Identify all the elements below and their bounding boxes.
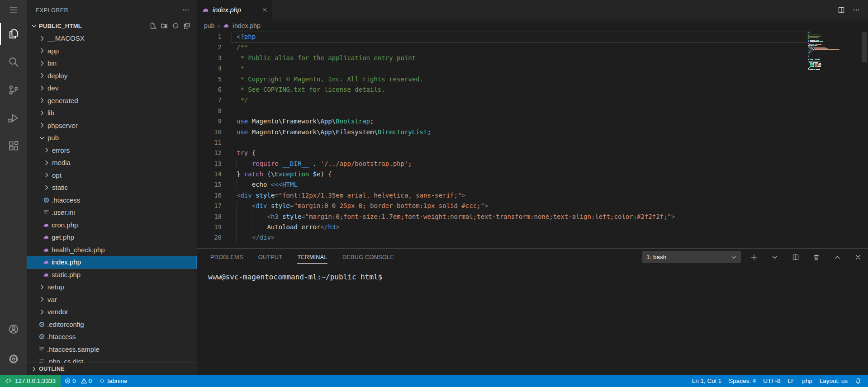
activity-accounts[interactable] [0, 314, 27, 344]
shell-select-value: 1: bash [646, 254, 666, 260]
gear-icon [8, 353, 19, 365]
tree-item-media[interactable]: media [27, 156, 197, 169]
tree-item-label: generated [47, 97, 78, 104]
tree-item-dev[interactable]: dev [27, 82, 197, 94]
split-editor-icon[interactable] [838, 6, 845, 14]
tree-item-label: errors [52, 146, 70, 154]
tree-item-errors[interactable]: errors [27, 144, 197, 157]
maximize-panel-icon[interactable] [834, 254, 841, 261]
tree-item-get-php[interactable]: get.php [27, 231, 197, 244]
tree-item-var[interactable]: var [27, 293, 197, 306]
status-item-ln-1-col-1[interactable]: Ln 1, Col 1 [688, 378, 725, 384]
remote-label: 127.0.0.1:3333 [15, 378, 56, 384]
code-line-6: 6 * See COPYING.txt for license details. [197, 85, 868, 95]
tree-root-public-html[interactable]: PUBLIC_HTML [27, 19, 197, 32]
terminal-shell-select[interactable]: 1: bash [642, 251, 741, 263]
minimap[interactable] [808, 32, 863, 70]
status-item-layout-us[interactable]: Layout: us [816, 378, 851, 384]
tabnine-status[interactable]: tabnine [95, 378, 131, 384]
breadcrumb-folder[interactable]: pub [204, 22, 214, 29]
editor-tab-bar: index.php [197, 0, 868, 19]
status-item-spaces-4[interactable]: Spaces: 4 [725, 378, 759, 384]
tree-item-lib[interactable]: lib [27, 107, 197, 119]
file-tree: __MACOSXappbindeploydevgeneratedlibphpse… [27, 32, 197, 363]
gear-file-icon [38, 333, 45, 340]
tree-item-label: pub [47, 134, 59, 142]
panel-tab-terminal[interactable]: TERMINAL [297, 249, 327, 265]
tree-item-bin[interactable]: bin [27, 57, 197, 70]
tree-item--php-cs-dist[interactable]: .php_cs.dist [27, 355, 197, 363]
tree-item--editorconfig[interactable]: .editorconfig [27, 318, 197, 331]
bottom-panel: PROBLEMSOUTPUTTERMINALDEBUG CONSOLE 1: b… [197, 248, 868, 375]
tree-item-setup[interactable]: setup [27, 281, 197, 293]
code-line-18: 18 <h3 style="margin:0;font-size:1.7em;f… [197, 212, 868, 222]
terminal-toolbar: 1: bash [642, 251, 862, 263]
close-panel-icon[interactable] [854, 254, 862, 261]
source-control-icon [8, 84, 19, 96]
vscode-window: EXPLORER PUBLIC_HTML __MACOSXappbindeplo… [0, 0, 868, 387]
split-terminal-icon[interactable] [792, 254, 799, 261]
tab-close-icon[interactable] [261, 7, 268, 13]
tree-item-opt[interactable]: opt [27, 169, 197, 182]
tree-item--macosx[interactable]: __MACOSX [27, 32, 197, 45]
status-item-lf[interactable]: LF [784, 378, 798, 384]
line-number: 8 [197, 106, 222, 116]
tree-item-static-php[interactable]: static.php [27, 269, 197, 281]
sidebar-more-actions[interactable] [182, 6, 190, 14]
line-number: 1 [197, 32, 222, 42]
tree-item-cron-php[interactable]: cron.php [27, 219, 197, 231]
php-file-icon [43, 271, 50, 278]
tree-item--htaccess[interactable]: .htaccess [27, 194, 197, 207]
problems-status[interactable]: 0 0 [61, 378, 95, 384]
activity-settings[interactable] [0, 344, 27, 374]
tree-item--user-ini[interactable]: .user.ini [27, 206, 197, 219]
panel-tab-problems[interactable]: PROBLEMS [210, 249, 243, 265]
tree-item-health-check-php[interactable]: health_check.php [27, 244, 197, 256]
tab-index-php[interactable]: index.php [197, 0, 272, 19]
notifications-bell[interactable] [851, 378, 865, 384]
tree-item-pub[interactable]: pub [27, 132, 197, 144]
php-file-icon [43, 234, 50, 241]
activity-menu[interactable] [0, 0, 27, 20]
new-file-icon[interactable] [149, 22, 157, 29]
panel-tab-debug-console[interactable]: DEBUG CONSOLE [342, 249, 394, 265]
tree-item--htaccess-sample[interactable]: .htaccess.sample [27, 343, 197, 356]
tree-item-label: .htaccess.sample [47, 345, 100, 353]
new-terminal-icon[interactable] [750, 254, 758, 261]
tree-item-static[interactable]: static [27, 181, 197, 194]
error-count: 0 [72, 378, 76, 384]
terminal-launch-dropdown-icon[interactable] [771, 254, 778, 261]
breadcrumb-file[interactable]: index.php [233, 22, 261, 29]
terminal-content[interactable]: www@svc-magentocommand-ml:~/public_html$ [197, 265, 868, 363]
panel-tab-output[interactable]: OUTPUT [258, 249, 283, 265]
tree-root-label: PUBLIC_HTML [39, 23, 82, 29]
activity-run-debug[interactable] [0, 104, 27, 132]
tree-item--htaccess[interactable]: .htaccess [27, 330, 197, 343]
chevron-right-icon [38, 283, 46, 291]
kill-terminal-icon[interactable] [813, 254, 820, 261]
code-line-2: 2/** [197, 42, 868, 52]
code-line-12: 12try { [197, 148, 868, 158]
tree-item-app[interactable]: app [27, 45, 197, 57]
new-folder-icon[interactable] [161, 22, 168, 29]
outline-section[interactable]: OUTLINE [27, 363, 197, 375]
editor-scrollbar[interactable] [862, 32, 867, 62]
remote-indicator[interactable]: 127.0.0.1:3333 [0, 375, 61, 387]
tree-item-label: .htaccess [47, 333, 76, 340]
activity-explorer[interactable] [0, 20, 27, 48]
tree-item-index-php[interactable]: index.php [27, 256, 197, 269]
activity-search[interactable] [0, 48, 27, 76]
collapse-folders-icon[interactable] [183, 22, 190, 29]
tree-item-generated[interactable]: generated [27, 94, 197, 107]
status-item-utf-8[interactable]: UTF-8 [759, 378, 784, 384]
status-item-php[interactable]: php [798, 378, 816, 384]
activity-extensions[interactable] [0, 132, 27, 160]
chevron-right-icon [43, 184, 50, 191]
activity-source-control[interactable] [0, 76, 27, 104]
editor-more-actions-icon[interactable] [853, 6, 860, 14]
tree-item-deploy[interactable]: deploy [27, 70, 197, 82]
tree-item-phpserver[interactable]: phpserver [27, 119, 197, 132]
code-editor[interactable]: 1<?php2/**3 * Public alias for the appli… [197, 32, 868, 248]
tree-item-vendor[interactable]: vendor [27, 306, 197, 318]
refresh-explorer-icon[interactable] [172, 22, 179, 29]
